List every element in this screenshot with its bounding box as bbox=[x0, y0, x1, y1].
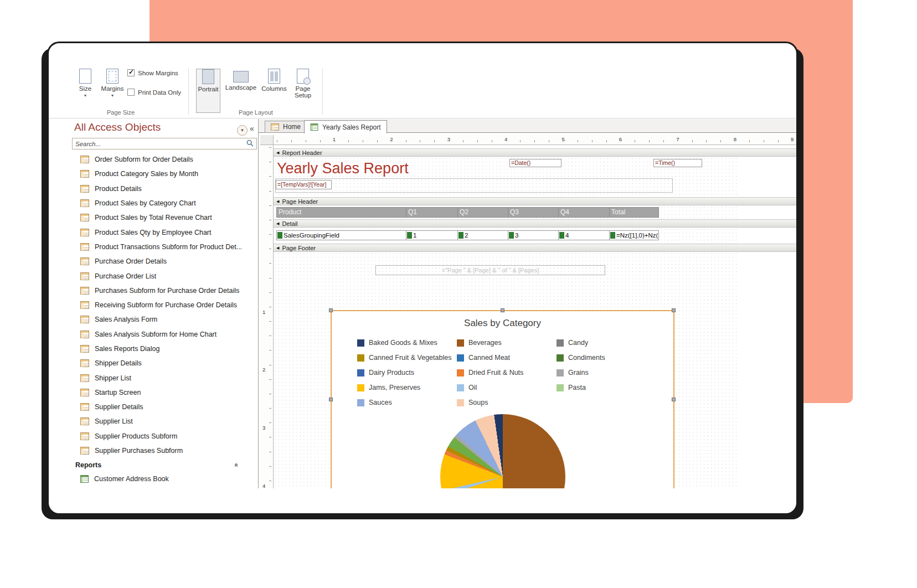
nav-collapse-button[interactable]: « bbox=[250, 124, 254, 133]
search-icon[interactable] bbox=[246, 139, 254, 149]
selection-handle[interactable] bbox=[501, 308, 504, 312]
nav-item-form[interactable]: Sales Analysis Subform for Home Chart bbox=[71, 327, 258, 342]
margins-button[interactable]: Margins ▾ bbox=[100, 69, 125, 113]
ruler-number: 6 bbox=[617, 136, 624, 142]
legend-label: Jams, Preserves bbox=[369, 384, 420, 391]
nav-item-form[interactable]: Purchase Order Details bbox=[71, 254, 258, 269]
nav-item-form[interactable]: Supplier Purchases Subform bbox=[71, 443, 258, 458]
landscape-button[interactable]: Landscape bbox=[224, 69, 258, 113]
nav-item-label: Product Sales Qty by Employee Chart bbox=[95, 229, 212, 236]
page-size-icon bbox=[79, 69, 91, 84]
portrait-button[interactable]: Portrait bbox=[196, 69, 220, 113]
legend-item: Jams, Preserves bbox=[357, 384, 457, 391]
nav-item-form[interactable]: Product Category Sales by Month bbox=[71, 167, 258, 181]
portrait-icon bbox=[202, 69, 214, 84]
nav-item-label: Product Category Sales by Month bbox=[95, 170, 198, 178]
column-header-q4[interactable]: Q4 bbox=[558, 207, 610, 218]
nav-item-label: Sales Analysis Subform for Home Chart bbox=[95, 331, 217, 338]
nav-item-label: Purchase Order Details bbox=[95, 257, 167, 265]
ruler-corner-box[interactable] bbox=[260, 135, 274, 145]
columns-button[interactable]: Columns bbox=[260, 69, 288, 113]
form-icon bbox=[80, 229, 89, 236]
form-icon bbox=[80, 301, 89, 309]
column-header-q3[interactable]: Q3 bbox=[508, 207, 559, 218]
selection-handle[interactable] bbox=[672, 398, 676, 401]
form-icon bbox=[80, 345, 89, 353]
chevron-down-icon: ▼ bbox=[240, 128, 245, 133]
nav-item-form[interactable]: Product Sales by Total Revenue Chart bbox=[71, 210, 258, 225]
tab-home[interactable]: Home bbox=[265, 121, 307, 133]
ruler-number: 2 bbox=[262, 365, 265, 374]
nav-item-form[interactable]: Purchases Subform for Purchase Order Det… bbox=[71, 283, 258, 298]
chart-legend: Baked Goods & MixesBeveragesCandyCanned … bbox=[357, 339, 652, 406]
nav-item-form[interactable]: Sales Reports Dialog bbox=[71, 342, 258, 356]
nav-object-list: Order Subform for Order DetailsProduct C… bbox=[71, 152, 258, 488]
section-bar-page-footer[interactable]: ◀ Page Footer bbox=[274, 244, 796, 252]
detail-field[interactable]: 3 bbox=[508, 230, 559, 240]
nav-item-form[interactable]: Purchase Order List bbox=[71, 269, 258, 283]
nav-item-report[interactable]: Customer Address Book bbox=[71, 472, 258, 486]
print-data-only-checkbox[interactable]: Print Data Only bbox=[127, 89, 181, 96]
detail-field[interactable]: 4 bbox=[558, 230, 610, 240]
section-arrow-icon: ◀ bbox=[276, 151, 279, 154]
ruler-number: 3 bbox=[262, 424, 265, 432]
nav-item-form[interactable]: Shipper List bbox=[71, 370, 258, 385]
nav-item-form[interactable]: Product Details bbox=[71, 182, 258, 196]
time-textbox[interactable]: =Time() bbox=[653, 159, 702, 167]
desktop: Size ▾ Margins ▾ Show Margins Print Data… bbox=[0, 0, 917, 588]
column-header-q2[interactable]: Q2 bbox=[457, 207, 508, 218]
checkbox-checked-icon[interactable] bbox=[127, 69, 135, 76]
page-setup-button[interactable]: Page Setup bbox=[290, 69, 316, 113]
nav-menu-button[interactable]: ▼ bbox=[237, 125, 248, 136]
selected-control-outline[interactable] bbox=[275, 178, 673, 193]
page-number-textbox[interactable]: ="Page " & [Page] & " of " & [Pages] bbox=[375, 265, 605, 275]
section-bar-report-header[interactable]: ◀ Report Header bbox=[274, 148, 796, 157]
nav-item-form[interactable]: Supplier List bbox=[71, 414, 258, 429]
ribbon-separator bbox=[322, 68, 323, 115]
tempvars-textbox[interactable]: =[TempVars]![Year] bbox=[276, 180, 332, 189]
section-bar-detail[interactable]: ◀ Detail bbox=[274, 219, 796, 228]
legend-swatch bbox=[357, 384, 364, 391]
selection-handle[interactable] bbox=[329, 398, 333, 401]
section-bar-page-header[interactable]: ◀ Page Header bbox=[274, 197, 796, 205]
sales-by-category-chart[interactable]: Sales by Category Baked Goods & MixesBev… bbox=[331, 310, 674, 488]
nav-item-form[interactable]: Product Transactions Subform for Product… bbox=[71, 240, 258, 254]
column-header-total[interactable]: Total bbox=[609, 207, 659, 218]
detail-field[interactable]: 1 bbox=[406, 230, 458, 240]
show-margins-checkbox[interactable]: Show Margins bbox=[127, 69, 178, 76]
legend-label: Pasta bbox=[568, 384, 586, 391]
date-textbox[interactable]: =Date() bbox=[509, 159, 561, 167]
column-header-row: ProductQ1Q2Q3Q4Total bbox=[276, 207, 658, 218]
nav-group-reports[interactable]: Reports» bbox=[71, 458, 258, 472]
nav-item-form[interactable]: Order Subform for Order Details bbox=[71, 152, 258, 167]
nav-item-label: Supplier Purchases Subform bbox=[95, 447, 183, 455]
vertical-ruler[interactable]: 1234 bbox=[260, 145, 274, 488]
size-button[interactable]: Size ▾ bbox=[74, 69, 96, 113]
detail-field[interactable]: =Nz([1],0)+Nz([ bbox=[609, 230, 659, 240]
search-input[interactable]: Search... bbox=[72, 138, 257, 149]
nav-item-form[interactable]: Supplier Details bbox=[71, 400, 258, 414]
column-header-product[interactable]: Product bbox=[276, 207, 406, 218]
detail-field[interactable]: SalesGroupingField bbox=[276, 230, 406, 240]
nav-item-form[interactable]: Supplier Products Subform bbox=[71, 429, 258, 443]
detail-field[interactable]: 2 bbox=[457, 230, 508, 240]
nav-item-label: Supplier List bbox=[95, 417, 133, 425]
ribbon-divider bbox=[49, 118, 796, 118]
nav-item-form[interactable]: Shipper Details bbox=[71, 356, 258, 370]
legend-label: Dairy Products bbox=[369, 369, 414, 376]
nav-item-form[interactable]: Product Sales by Category Chart bbox=[71, 196, 258, 210]
tab-yearly-sales-report[interactable]: Yearly Sales Report bbox=[304, 120, 387, 133]
nav-item-label: Purchase Order List bbox=[95, 272, 156, 280]
nav-item-form[interactable]: Sales Analysis Form bbox=[71, 312, 258, 327]
nav-item-form[interactable]: Product Sales Qty by Employee Chart bbox=[71, 225, 258, 239]
nav-item-form[interactable]: Receiving Subform for Purchase Order Det… bbox=[71, 298, 258, 312]
selection-handle[interactable] bbox=[329, 308, 333, 312]
selection-handle[interactable] bbox=[672, 308, 676, 312]
ruler-number: 9 bbox=[789, 136, 795, 142]
report-design-surface[interactable]: ◀ Report Header Yearly Sales Report =Dat… bbox=[274, 145, 796, 488]
horizontal-ruler[interactable]: 123456789 bbox=[274, 135, 796, 145]
nav-item-form[interactable]: Startup Screen bbox=[71, 385, 258, 400]
report-title-label[interactable]: Yearly Sales Report bbox=[277, 160, 409, 177]
checkbox-icon[interactable] bbox=[127, 89, 135, 96]
column-header-q1[interactable]: Q1 bbox=[406, 207, 458, 218]
